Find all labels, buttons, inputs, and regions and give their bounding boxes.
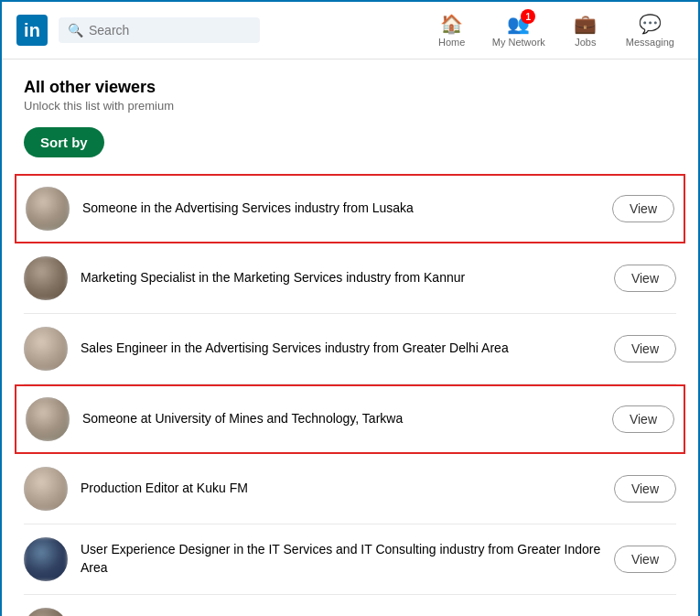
- messaging-icon: 💬: [639, 13, 662, 35]
- nav-item-messaging-label: Messaging: [626, 37, 674, 48]
- viewer-info: Marketing Specialist in the Marketing Se…: [81, 269, 601, 287]
- main-content: All other viewers Unlock this list with …: [2, 59, 698, 616]
- my-network-badge: 1: [521, 9, 535, 24]
- nav-item-my-network[interactable]: 👥 1 My Network: [483, 9, 555, 51]
- topnav: in 🔍 🏠 Home 👥 1 My Network 💼 Jobs: [2, 2, 698, 59]
- viewer-info: User Experience Designer in the IT Servi…: [81, 541, 601, 577]
- viewer-item: Marketing Specialist in the Marketing Se…: [24, 243, 676, 314]
- nav-item-home[interactable]: 🏠 Home: [425, 9, 479, 51]
- viewer-item: Someone at University of Mines and Techn…: [15, 384, 685, 454]
- viewer-list: Someone in the Advertising Services indu…: [24, 174, 676, 616]
- app-wrapper: in 🔍 🏠 Home 👥 1 My Network 💼 Jobs: [0, 0, 700, 616]
- view-button[interactable]: View: [612, 195, 674, 222]
- nav-items: 🏠 Home 👥 1 My Network 💼 Jobs 💬 Messaging: [425, 9, 684, 51]
- viewer-info: Someone in the Advertising Services indu…: [82, 200, 599, 218]
- viewer-info: Someone at University of Mines and Techn…: [82, 410, 599, 428]
- home-icon: 🏠: [440, 13, 463, 35]
- avatar: [24, 256, 68, 300]
- avatar: [24, 537, 68, 581]
- avatar: [26, 187, 70, 231]
- section-title: All other viewers: [24, 78, 676, 97]
- search-bar[interactable]: 🔍: [59, 17, 260, 43]
- search-icon: 🔍: [68, 23, 83, 38]
- nav-item-jobs-label: Jobs: [575, 37, 596, 48]
- sort-by-button[interactable]: Sort by: [24, 127, 104, 157]
- avatar: [26, 397, 70, 441]
- viewer-info: Sales Engineer in the Advertising Servic…: [81, 340, 601, 358]
- view-button[interactable]: View: [614, 335, 676, 362]
- nav-item-my-network-label: My Network: [492, 37, 545, 48]
- view-button[interactable]: View: [614, 546, 676, 573]
- nav-item-home-label: Home: [438, 37, 465, 48]
- view-button[interactable]: View: [614, 475, 676, 503]
- my-network-icon: 👥 1: [507, 13, 530, 35]
- linkedin-logo[interactable]: in: [16, 15, 48, 46]
- viewer-item: User Experience Designer in the IT Servi…: [24, 524, 676, 595]
- view-button[interactable]: View: [612, 405, 674, 433]
- nav-item-messaging[interactable]: 💬 Messaging: [617, 9, 684, 51]
- viewer-item: Production Editor at Kuku FMView: [24, 454, 676, 524]
- viewer-item: Accountant at Hollard InsuranceView: [24, 595, 676, 616]
- viewer-item: Sales Engineer in the Advertising Servic…: [24, 314, 676, 384]
- view-button[interactable]: View: [614, 265, 676, 292]
- avatar: [24, 467, 68, 511]
- viewer-info: Production Editor at Kuku FM: [81, 480, 601, 498]
- jobs-icon: 💼: [574, 13, 597, 35]
- avatar: [24, 608, 68, 616]
- section-subtitle: Unlock this list with premium: [24, 99, 676, 113]
- avatar: [24, 327, 68, 371]
- search-input[interactable]: [89, 23, 235, 38]
- nav-item-jobs[interactable]: 💼 Jobs: [558, 9, 613, 51]
- viewer-item: Someone in the Advertising Services indu…: [15, 174, 685, 243]
